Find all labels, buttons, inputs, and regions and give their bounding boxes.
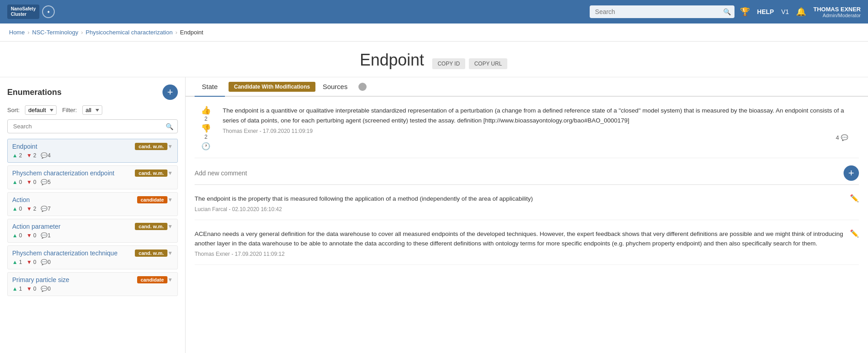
thumbs-up-count: 2 xyxy=(205,116,208,122)
expand-arrow-icon[interactable]: ▼ xyxy=(167,143,173,150)
list-item-stats: ▲0 ▼0 💬5 xyxy=(12,179,173,185)
down-arrow-icon: ▼ xyxy=(27,286,32,292)
list-item-stats: ▲0 ▼0 💬1 xyxy=(12,232,173,239)
comment-block: ACEnano needs a very general definition … xyxy=(195,229,859,265)
expand-arrow-icon[interactable]: ▼ xyxy=(167,197,173,203)
comments-list: The endpoint is the property that is mea… xyxy=(195,194,859,265)
list-item-stats: ▲0 ▼2 💬7 xyxy=(12,206,173,212)
logo: NanoSafety Cluster ✦ xyxy=(7,5,55,19)
list-item-name: Action xyxy=(12,196,137,203)
expand-arrow-icon[interactable]: ▼ xyxy=(167,250,173,256)
list-item-name: Primary particle size xyxy=(12,276,137,283)
sidebar-controls: Sort: default Filter: all xyxy=(7,105,178,115)
list-item-badge: cand. w.m. xyxy=(135,249,167,257)
sidebar-search-wrapper: 🔍 xyxy=(7,119,178,133)
list-item[interactable]: Action parameter cand. w.m. ▼ ▲0 ▼0 💬1 xyxy=(7,219,178,243)
comment-separator: - xyxy=(231,251,234,257)
comment-separator: - xyxy=(229,206,232,212)
comment-date: 02.10.2020 16:10:42 xyxy=(232,206,282,212)
history-button[interactable]: 🕐 xyxy=(201,142,210,151)
list-item[interactable]: Action candidate ▼ ▲0 ▼2 💬7 xyxy=(7,192,178,216)
help-link[interactable]: HELP xyxy=(757,8,774,15)
stat-up: ▲0 xyxy=(12,232,22,239)
stat-up: ▲1 xyxy=(12,259,22,265)
list-item[interactable]: Endpoint cand. w.m. ▼ ▲2 ▼2 💬4 xyxy=(7,139,178,163)
sidebar-search-icon: 🔍 xyxy=(166,123,173,130)
stat-comments: 💬5 xyxy=(41,179,51,185)
thumbs-down-button[interactable]: 👎 2 xyxy=(201,124,211,140)
copy-url-button[interactable]: COPY URL xyxy=(469,58,507,69)
content-area: State Candidate With Modifications Sourc… xyxy=(186,77,868,353)
down-arrow-icon: ▼ xyxy=(27,152,32,159)
tab-state[interactable]: State xyxy=(195,77,225,97)
up-arrow-icon: ▲ xyxy=(12,179,18,185)
down-arrow-icon: ▼ xyxy=(27,232,32,239)
stat-down: ▼0 xyxy=(27,232,37,239)
stat-down: ▼0 xyxy=(27,179,37,185)
add-comment-row: + xyxy=(195,165,859,185)
add-enumeration-button[interactable]: + xyxy=(162,85,178,100)
comment-author: Lucian Farcal xyxy=(195,206,227,212)
breadcrumb-sep-3: › xyxy=(175,29,177,36)
stat-down: ▼2 xyxy=(27,152,37,159)
up-arrow-icon: ▲ xyxy=(12,286,18,292)
list-item-header: Action candidate ▼ xyxy=(12,196,173,203)
comments-count-number: 4 xyxy=(836,134,839,141)
list-item-name: Endpoint xyxy=(12,143,135,150)
filter-select[interactable]: all xyxy=(82,105,102,115)
list-item-stats: ▲1 ▼0 💬0 xyxy=(12,259,173,265)
comment-author: Thomas Exner xyxy=(195,251,230,257)
list-item-header: Primary particle size candidate ▼ xyxy=(12,276,173,283)
comments-icon: 💬 xyxy=(841,134,848,141)
down-arrow-icon: ▼ xyxy=(27,259,32,265)
content-scroll[interactable]: 👍 2 👎 2 🕐 The endpoint is a quantitive o… xyxy=(186,97,868,353)
thumbs-up-button[interactable]: 👍 2 xyxy=(201,106,211,122)
down-arrow-icon: ▼ xyxy=(27,206,32,212)
list-item[interactable]: Physchem characterization endpoint cand.… xyxy=(7,165,178,189)
header: NanoSafety Cluster ✦ 🔍 🏆 HELP V1 🔔 THOMA… xyxy=(0,0,868,24)
thumbs-down-count: 2 xyxy=(205,134,208,140)
thumbs-up-icon: 👍 xyxy=(201,106,211,116)
sidebar-header: Enumerations + xyxy=(7,85,178,100)
down-arrow-icon: ▼ xyxy=(27,179,32,185)
edit-comment-button[interactable]: ✏️ xyxy=(850,229,859,238)
logo-circle: ✦ xyxy=(42,5,55,18)
breadcrumb-physicochemical[interactable]: Physicochemical characterization xyxy=(86,29,172,36)
add-comment-button[interactable]: + xyxy=(844,165,859,181)
expand-arrow-icon[interactable]: ▼ xyxy=(167,277,173,283)
list-item[interactable]: Primary particle size candidate ▼ ▲1 ▼0 … xyxy=(7,272,178,296)
copy-id-button[interactable]: COPY ID xyxy=(432,58,465,69)
search-input[interactable] xyxy=(590,5,734,18)
expand-arrow-icon[interactable]: ▼ xyxy=(167,170,173,176)
content-tabs: State Candidate With Modifications Sourc… xyxy=(186,77,868,97)
comment-text: The endpoint is the property that is mea… xyxy=(195,194,859,204)
breadcrumb-nsc[interactable]: NSC-Terminology xyxy=(32,29,78,36)
list-item-stats: ▲1 ▼0 💬0 xyxy=(12,286,173,292)
logo-text: NanoSafety Cluster xyxy=(7,5,39,19)
state-badge: Candidate With Modifications xyxy=(229,82,315,92)
list-item[interactable]: Physchem characterization technique cand… xyxy=(7,245,178,269)
header-icons: 🏆 HELP V1 🔔 THOMAS EXNER Admin/Moderator xyxy=(740,6,861,18)
sidebar-list: Endpoint cand. w.m. ▼ ▲2 ▼2 💬4 Physchem … xyxy=(7,139,178,296)
user-info: THOMAS EXNER Admin/Moderator xyxy=(813,6,861,18)
search-icon: 🔍 xyxy=(723,8,731,15)
breadcrumb-home[interactable]: Home xyxy=(9,29,25,36)
sidebar-search-input[interactable] xyxy=(7,119,178,133)
stat-down: ▼0 xyxy=(27,259,37,265)
add-comment-input[interactable] xyxy=(195,168,838,179)
stat-down: ▼0 xyxy=(27,286,37,292)
definition-block: 👍 2 👎 2 🕐 The endpoint is a quantitive o… xyxy=(195,106,859,158)
edit-comment-button[interactable]: ✏️ xyxy=(850,194,859,202)
comment-date: 17.09.2020 11:09:12 xyxy=(235,251,285,257)
sidebar: Enumerations + Sort: default Filter: all… xyxy=(0,77,186,353)
up-arrow-icon: ▲ xyxy=(12,206,18,212)
definition-date: 17.09.2020 11:09:19 xyxy=(263,128,313,134)
sort-select[interactable]: default xyxy=(25,105,57,115)
list-item-badge: cand. w.m. xyxy=(135,223,167,230)
comment-meta: Lucian Farcal - 02.10.2020 16:10:42 xyxy=(195,206,859,212)
stat-comments: 💬1 xyxy=(41,232,51,239)
expand-arrow-icon[interactable]: ▼ xyxy=(167,223,173,230)
definition-text: The endpoint is a quantitive or qualitat… xyxy=(223,106,859,125)
bell-icon[interactable]: 🔔 xyxy=(796,7,806,17)
tab-sources[interactable]: Sources xyxy=(315,77,355,96)
